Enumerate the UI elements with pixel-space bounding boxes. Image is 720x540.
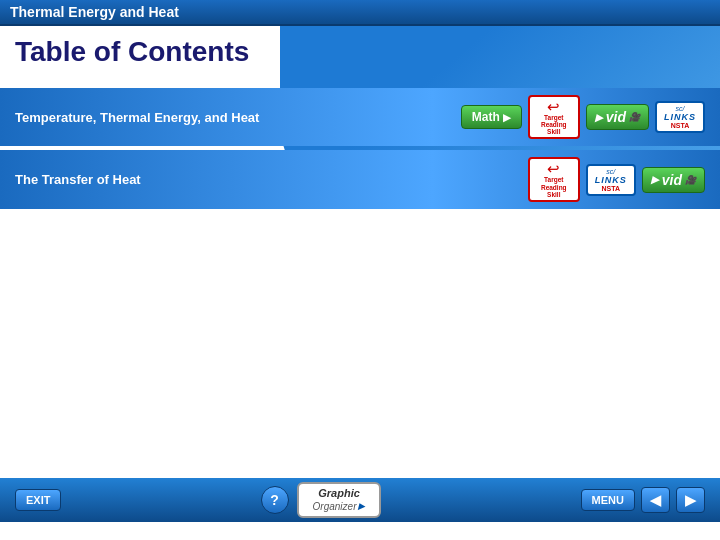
menu-button[interactable]: MENU [581,489,635,511]
scilinks-button-1[interactable]: sc/ LINKS NSTA [655,101,705,133]
video-button-2[interactable]: ▶ vid 🎥 [642,167,705,193]
section-2-label: The Transfer of Heat [15,172,141,187]
next-button[interactable]: ▶ [676,487,705,513]
math-button[interactable]: Math ▶ [461,105,522,129]
target-reading-skill-button-2[interactable]: ↩ TargetReadingSkill [528,157,580,201]
bottom-nav-bar: EXIT ? Graphic Organizer ▶ MENU ◀ [0,478,720,522]
nav-right-group: MENU ◀ ▶ [581,487,705,513]
nav-center-group: ? Graphic Organizer ▶ [261,482,382,517]
exit-button[interactable]: EXIT [15,489,61,511]
header-bar: Thermal Energy and Heat [0,0,720,26]
video-button-1[interactable]: ▶ vid 🎥 [586,104,649,130]
graphic-organizer-button[interactable]: Graphic Organizer ▶ [297,482,382,517]
section-row-2: The Transfer of Heat ↩ TargetReadingSkil… [0,150,720,208]
target-reading-skill-button-1[interactable]: ↩ TargetReadingSkill [528,95,580,139]
section-1-label: Temperature, Thermal Energy, and Heat [15,110,259,125]
content-area [0,209,720,489]
header-title: Thermal Energy and Heat [10,4,179,20]
scilinks-button-2[interactable]: sc/ LINKS NSTA [586,164,636,196]
help-button[interactable]: ? [261,486,289,514]
section-row-1: Temperature, Thermal Energy, and Heat Ma… [0,88,720,146]
page-title: Table of Contents [15,36,705,68]
prev-button[interactable]: ◀ [641,487,670,513]
